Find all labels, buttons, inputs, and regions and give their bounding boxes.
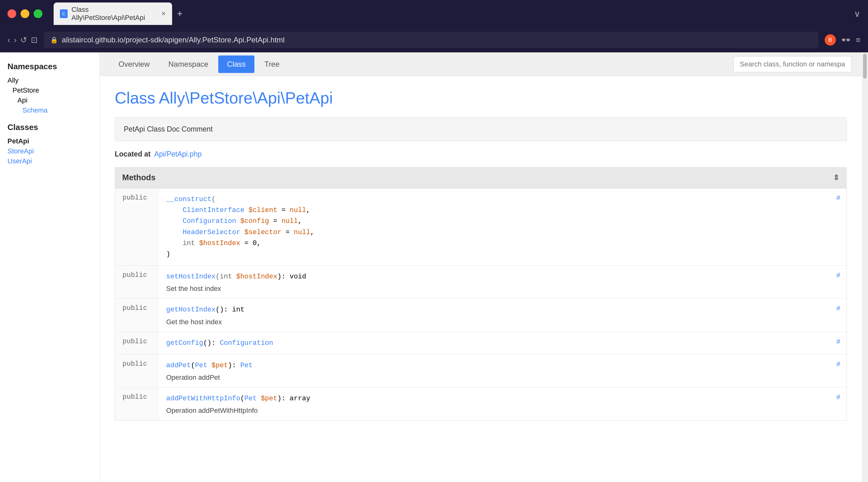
top-nav: Overview Namespace Class Tree xyxy=(100,52,862,76)
classes-heading: Classes xyxy=(7,123,92,132)
method-description: Operation addPet xyxy=(166,373,839,382)
method-signature: __construct( ClientInterface $client = n… xyxy=(166,194,839,260)
nav-buttons: ‹ › ↺ ⊡ xyxy=(7,35,38,45)
method-visibility: public xyxy=(115,266,159,298)
method-description: Get the host index xyxy=(166,318,839,326)
method-name[interactable]: getHostIndex xyxy=(166,306,215,314)
method-name[interactable]: __construct xyxy=(166,195,211,203)
sidebar-item-schema[interactable]: Schema xyxy=(23,106,92,114)
tab-overview[interactable]: Overview xyxy=(110,56,158,73)
new-tab-button[interactable]: + xyxy=(173,7,186,20)
url-bar[interactable]: 🔒 alistaircol.github.io/project-sdk/apig… xyxy=(44,32,818,48)
method-body: getHostIndex(): int Get the host index # xyxy=(159,299,846,331)
active-tab[interactable]: C Class Ally\PetStore\Api\PetApi ✕ xyxy=(54,2,172,25)
title-bar: C Class Ally\PetStore\Api\PetApi ✕ + ∨ xyxy=(0,0,868,27)
method-body: setHostIndex(int $hostIndex): void Set t… xyxy=(159,266,846,298)
method-visibility: public xyxy=(115,188,159,265)
method-anchor[interactable]: # xyxy=(837,271,840,279)
methods-table: Methods ⇕ public __construct( ClientInte… xyxy=(115,167,847,421)
namespaces-heading: Namespaces xyxy=(7,62,92,71)
table-row: public addPet(Pet $pet): Pet Operation a… xyxy=(115,355,846,388)
method-name[interactable]: addPet xyxy=(166,362,191,369)
method-signature: getHostIndex(): int xyxy=(166,304,839,315)
method-visibility: public xyxy=(115,388,159,420)
sidebar: Namespaces Ally PetStore Api Schema Clas… xyxy=(0,52,100,482)
tab-tree[interactable]: Tree xyxy=(256,56,288,73)
table-row: public getConfig(): Configuration # xyxy=(115,332,846,355)
browser-actions: B 👓 ≡ xyxy=(825,34,861,46)
located-at-link[interactable]: Api/PetApi.php xyxy=(154,150,202,158)
tab-close-button[interactable]: ✕ xyxy=(161,10,166,17)
method-body: addPetWithHttpInfo(Pet $pet): array Oper… xyxy=(159,388,846,420)
nav-tabs: Overview Namespace Class Tree xyxy=(110,56,733,73)
tab-favicon: C xyxy=(60,9,68,18)
method-anchor[interactable]: # xyxy=(837,338,840,346)
method-name[interactable]: setHostIndex xyxy=(166,273,215,280)
bookmark-button[interactable]: ⊡ xyxy=(31,35,38,45)
sidebar-item-petapi[interactable]: PetApi xyxy=(7,137,92,145)
back-button[interactable]: ‹ xyxy=(7,35,10,45)
method-visibility: public xyxy=(115,355,159,387)
scrollbar-thumb[interactable] xyxy=(863,54,867,79)
window-controls[interactable]: ∨ xyxy=(854,9,861,19)
search-input[interactable] xyxy=(733,56,852,72)
minimize-button[interactable] xyxy=(21,9,29,18)
table-row: public setHostIndex(int $hostIndex): voi… xyxy=(115,266,846,299)
sidebar-item-petstore[interactable]: PetStore xyxy=(12,86,92,94)
method-body: __construct( ClientInterface $client = n… xyxy=(159,188,846,265)
class-doc-comment: PetApi Class Doc Comment xyxy=(115,117,847,141)
method-name[interactable]: addPetWithHttpInfo xyxy=(166,395,240,402)
page-content: Namespaces Ally PetStore Api Schema Clas… xyxy=(0,52,868,482)
tab-bar: C Class Ally\PetStore\Api\PetApi ✕ + xyxy=(54,2,186,25)
address-bar: ‹ › ↺ ⊡ 🔒 alistaircol.github.io/project-… xyxy=(0,27,868,52)
lock-icon: 🔒 xyxy=(50,36,58,43)
methods-label: Methods xyxy=(122,173,156,182)
method-signature: setHostIndex(int $hostIndex): void xyxy=(166,271,839,282)
method-visibility: public xyxy=(115,299,159,331)
class-title: Class Ally\PetStore\Api\PetApi xyxy=(115,89,847,107)
menu-button[interactable]: ≡ xyxy=(856,35,861,45)
brave-icon: B xyxy=(825,34,836,46)
method-signature: addPetWithHttpInfo(Pet $pet): array xyxy=(166,393,839,404)
forward-button[interactable]: › xyxy=(14,35,17,45)
located-at: Located at Api/PetApi.php xyxy=(115,150,847,158)
method-body: getConfig(): Configuration # xyxy=(159,332,846,354)
maximize-button[interactable] xyxy=(34,9,42,18)
method-anchor[interactable]: # xyxy=(837,194,840,202)
sort-icon[interactable]: ⇕ xyxy=(833,173,839,182)
sidebar-item-api[interactable]: Api xyxy=(18,96,92,104)
content-area: Class Ally\PetStore\Api\PetApi PetApi Cl… xyxy=(100,76,862,482)
browser-window: C Class Ally\PetStore\Api\PetApi ✕ + ∨ ‹… xyxy=(0,0,868,482)
tab-namespace[interactable]: Namespace xyxy=(160,56,217,73)
main-content: Overview Namespace Class Tree Class Ally… xyxy=(100,52,862,482)
reader-mode-button[interactable]: 👓 xyxy=(841,35,851,45)
method-name[interactable]: getConfig xyxy=(166,339,203,347)
located-at-label: Located at xyxy=(115,150,151,158)
method-anchor[interactable]: # xyxy=(837,304,840,312)
method-visibility: public xyxy=(115,332,159,354)
methods-header: Methods ⇕ xyxy=(115,167,847,188)
method-description: Operation addPetWithHttpInfo xyxy=(166,406,839,415)
sidebar-item-ally[interactable]: Ally xyxy=(7,77,92,85)
methods-rows: public __construct( ClientInterface $cli… xyxy=(115,188,847,421)
method-description: Set the host index xyxy=(166,284,839,293)
sidebar-item-userapi[interactable]: UserApi xyxy=(7,157,92,165)
table-row: public __construct( ClientInterface $cli… xyxy=(115,188,846,266)
close-button[interactable] xyxy=(7,9,16,18)
url-text: alistaircol.github.io/project-sdk/apigen… xyxy=(62,35,812,44)
sidebar-item-storeapi[interactable]: StoreApi xyxy=(7,147,92,155)
method-body: addPet(Pet $pet): Pet Operation addPet # xyxy=(159,355,846,387)
method-anchor[interactable]: # xyxy=(837,393,840,401)
method-signature: addPet(Pet $pet): Pet xyxy=(166,360,839,371)
traffic-lights xyxy=(7,9,42,18)
tab-title: Class Ally\PetStore\Api\PetApi xyxy=(71,6,155,22)
table-row: public addPetWithHttpInfo(Pet $pet): arr… xyxy=(115,388,846,420)
scrollbar[interactable] xyxy=(862,52,868,482)
table-row: public getHostIndex(): int Get the host … xyxy=(115,299,846,332)
method-anchor[interactable]: # xyxy=(837,360,840,368)
tab-class[interactable]: Class xyxy=(218,56,254,73)
reload-button[interactable]: ↺ xyxy=(20,35,27,45)
method-signature: getConfig(): Configuration xyxy=(166,338,839,349)
